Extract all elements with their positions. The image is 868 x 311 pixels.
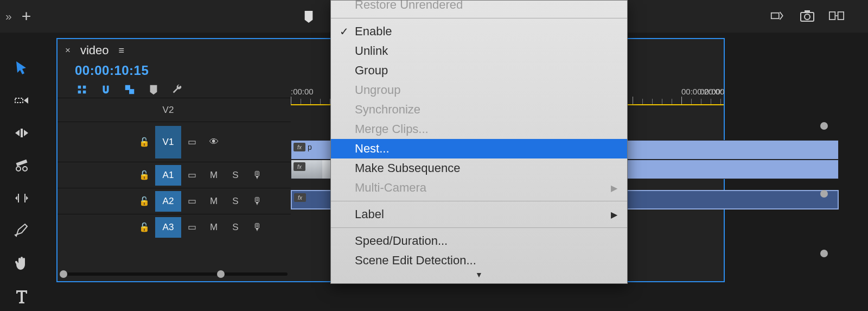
submenu-arrow-icon: ▶ xyxy=(611,210,617,220)
selection-tool[interactable] xyxy=(8,56,35,79)
panel-menu-icon[interactable]: ≡ xyxy=(119,45,125,56)
ripple-edit-tool[interactable] xyxy=(8,122,35,144)
svg-point-10 xyxy=(16,167,21,171)
track-select-tool[interactable] xyxy=(8,89,35,112)
ruler-label: :00:00 xyxy=(291,87,314,96)
svg-rect-9 xyxy=(16,160,28,166)
svg-point-11 xyxy=(23,167,27,171)
menu-ungroup: Ungroup xyxy=(331,80,627,100)
track-v2[interactable]: V2 xyxy=(58,98,291,122)
zoom-handle-left[interactable] xyxy=(60,270,67,278)
track-label[interactable]: V1 xyxy=(155,126,181,158)
linked-selection-icon[interactable] xyxy=(124,84,136,98)
menu-separator xyxy=(331,18,627,18)
zoom-handle-right[interactable] xyxy=(217,270,225,278)
lock-icon[interactable]: 🔓 xyxy=(133,137,155,147)
slip-tool[interactable] xyxy=(8,187,35,210)
sequence-name[interactable]: video xyxy=(80,43,109,58)
svg-rect-6 xyxy=(15,98,23,103)
add-panel-plus[interactable]: + xyxy=(22,7,31,26)
menu-speed-duration[interactable]: Speed/Duration... xyxy=(331,231,627,251)
fx-badge: fx xyxy=(294,193,306,202)
menu-nest[interactable]: Nest... xyxy=(331,139,627,158)
insert-overwrite-icon[interactable] xyxy=(76,84,88,98)
vscroll-knob[interactable] xyxy=(820,250,828,257)
solo-button[interactable]: S xyxy=(225,196,246,207)
lock-icon[interactable]: 🔓 xyxy=(133,222,155,232)
voice-over-icon[interactable]: 🎙 xyxy=(246,195,268,207)
pen-tool[interactable] xyxy=(8,219,35,242)
clip-context-menu: Restore Unrendered ✓Enable Unlink Group … xyxy=(330,0,628,284)
lock-icon[interactable]: 🔓 xyxy=(133,196,155,206)
menu-enable[interactable]: ✓Enable xyxy=(331,22,627,41)
solo-button[interactable]: S xyxy=(225,170,246,181)
menu-unlink[interactable]: Unlink xyxy=(331,41,627,61)
svg-rect-0 xyxy=(771,13,779,19)
ruler-label: 00:00: xyxy=(700,87,723,96)
snap-icon[interactable] xyxy=(100,84,112,98)
track-a2[interactable]: 🔓 A2 ▭ M S 🎙 xyxy=(58,188,291,214)
menu-scene-edit-detection[interactable]: Scene Edit Detection... xyxy=(331,251,627,270)
menu-restore-unrendered: Restore Unrendered xyxy=(331,0,627,15)
top-right-tool-icons xyxy=(770,8,844,23)
toolbox xyxy=(0,41,43,307)
type-tool[interactable] xyxy=(8,284,35,307)
add-marker-icon[interactable] xyxy=(148,84,159,98)
svg-point-2 xyxy=(805,14,810,20)
mute-button[interactable]: M xyxy=(203,196,225,207)
menu-merge-clips: Merge Clips... xyxy=(331,119,627,139)
vscroll-knob[interactable] xyxy=(820,190,828,198)
sync-lock-icon[interactable]: ▭ xyxy=(181,221,203,233)
lock-icon[interactable]: 🔓 xyxy=(133,170,155,180)
timeline-zoom-scrollbar[interactable] xyxy=(60,270,288,278)
submenu-arrow-icon: ▶ xyxy=(611,183,617,193)
track-headers: V2 🔓 V1 ▭ 👁 🔓 A1 ▭ M S 🎙 🔓 A2 ▭ M S 🎙 xyxy=(58,98,291,240)
comparison-view-icon[interactable] xyxy=(829,8,844,23)
toggle-output-icon[interactable]: 👁 xyxy=(203,137,225,148)
check-icon: ✓ xyxy=(340,25,349,38)
fx-badge: fx xyxy=(293,162,305,171)
track-label[interactable]: A2 xyxy=(155,191,181,212)
solo-button[interactable]: S xyxy=(225,222,246,233)
track-v1[interactable]: 🔓 V1 ▭ 👁 xyxy=(58,122,291,162)
mute-button[interactable]: M xyxy=(203,170,225,181)
hand-tool[interactable] xyxy=(8,252,35,275)
menu-synchronize: Synchronize xyxy=(331,100,627,119)
fx-badge: fx xyxy=(293,143,305,151)
track-label[interactable]: A3 xyxy=(155,217,181,238)
voice-over-icon[interactable]: 🎙 xyxy=(246,221,268,233)
vscroll-knob[interactable] xyxy=(820,122,828,130)
menu-scroll-down-icon[interactable]: ▼ xyxy=(331,270,627,279)
sync-lock-icon[interactable]: ▭ xyxy=(181,136,203,148)
export-frame-icon[interactable] xyxy=(770,8,786,23)
voice-over-icon[interactable]: 🎙 xyxy=(246,169,268,181)
mute-button[interactable]: M xyxy=(203,222,225,233)
sync-lock-icon[interactable]: ▭ xyxy=(181,195,203,207)
track-label[interactable]: V2 xyxy=(155,100,181,120)
menu-separator xyxy=(331,227,627,228)
marker-icon[interactable] xyxy=(303,10,315,26)
razor-tool[interactable] xyxy=(8,154,35,177)
svg-rect-3 xyxy=(805,10,810,12)
track-a1[interactable]: 🔓 A1 ▭ M S 🎙 xyxy=(58,162,291,188)
menu-multi-camera: Multi-Camera▶ xyxy=(331,178,627,198)
close-sequence-icon[interactable]: × xyxy=(65,45,71,56)
svg-rect-5 xyxy=(838,12,844,20)
track-a3[interactable]: 🔓 A3 ▭ M S 🎙 xyxy=(58,214,291,240)
menu-label[interactable]: Label▶ xyxy=(331,205,627,224)
settings-wrench-icon[interactable] xyxy=(171,84,183,98)
sync-lock-icon[interactable]: ▭ xyxy=(181,169,203,181)
camera-icon[interactable] xyxy=(800,8,815,23)
track-label[interactable]: A1 xyxy=(155,165,181,186)
menu-separator xyxy=(331,201,627,201)
svg-rect-15 xyxy=(129,89,134,94)
panel-overflow-chevrons[interactable]: » xyxy=(5,10,10,23)
svg-rect-4 xyxy=(829,12,835,20)
menu-group[interactable]: Group xyxy=(331,61,627,80)
menu-make-subsequence[interactable]: Make Subsequence xyxy=(331,158,627,178)
